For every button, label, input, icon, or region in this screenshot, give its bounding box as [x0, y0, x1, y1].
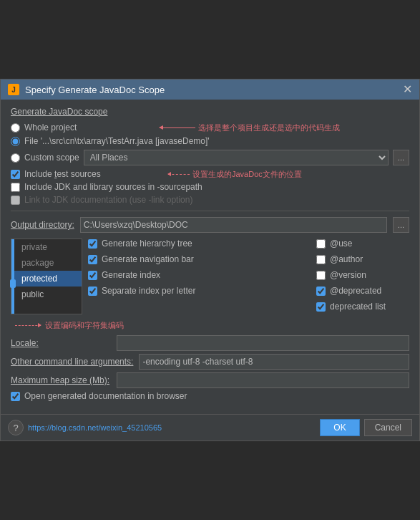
main-section: private package protected public Generat… — [11, 239, 409, 314]
opt-hierarchy-checkbox[interactable] — [88, 239, 97, 249]
custom-scope-btn[interactable]: ... — [393, 150, 409, 165]
locale-input[interactable] — [117, 335, 409, 351]
opt-author-row: @author — [316, 254, 409, 264]
dialog-body: Generate JavaDoc scope Whole project 选择是… — [1, 100, 419, 414]
open-browser-label: Open generated documentation in browser — [24, 391, 187, 401]
opt-deprecated-checkbox[interactable] — [316, 287, 326, 296]
options-col2: @use @author @version @deprecated deprec… — [316, 239, 409, 314]
include-jdk-checkbox[interactable] — [11, 183, 20, 192]
annotation1: 选择是整个项目生成还是选中的代码生成 — [160, 122, 340, 133]
heap-row: Maximum heap size (Mb): — [11, 372, 409, 388]
cancel-button[interactable]: Cancel — [364, 419, 412, 436]
vis-item-public[interactable]: public — [11, 287, 82, 302]
footer-url: https://blog.csdn.net/weixin_45210565 — [28, 423, 162, 432]
opt-hierarchy-label: Generate hierarchy tree — [102, 239, 192, 249]
close-button[interactable]: ✕ — [403, 84, 412, 95]
link-jdk-checkbox[interactable] — [11, 196, 20, 205]
file-row: File '...\src\cn\tx\array\TestArr.java [… — [11, 136, 409, 146]
opt-index-checkbox[interactable] — [88, 271, 97, 280]
custom-scope-radio[interactable] — [11, 153, 20, 163]
cmdline-input[interactable] — [139, 354, 409, 370]
custom-scope-label: Custom scope — [24, 153, 79, 163]
include-test-row: Include test sources 设置生成的JavaDoc文件的位置 — [11, 169, 409, 179]
footer-right: OK Cancel — [320, 419, 412, 436]
title-bar-left: J Specify Generate JavaDoc Scope — [8, 84, 165, 95]
output-browse-btn[interactable]: ... — [393, 217, 409, 233]
opt-sepindex-checkbox[interactable] — [88, 287, 97, 296]
opt-version-row: @version — [316, 270, 409, 280]
opt-use-label: @use — [330, 239, 353, 249]
help-icon: ? — [13, 423, 18, 433]
opt-navbar-label: Generate navigation bar — [102, 254, 194, 264]
annotation-encoding-text: 设置编码和字符集编码 — [45, 320, 124, 331]
vis-item-package[interactable]: package — [11, 255, 82, 271]
opt-index-row: Generate index — [88, 270, 311, 280]
help-button[interactable]: ? — [8, 420, 24, 435]
output-label: Output directory: — [11, 220, 74, 230]
divider — [11, 211, 409, 211]
opt-navbar-row: Generate navigation bar — [88, 254, 311, 264]
open-browser-row: Open generated documentation in browser — [11, 391, 409, 401]
opt-deplist-label: deprecated list — [330, 302, 386, 312]
opt-deplist-checkbox[interactable] — [316, 302, 326, 312]
cmdline-row: Other command line arguments: — [11, 354, 409, 370]
custom-scope-row: Custom scope All Places ... — [11, 150, 409, 165]
include-test-label: Include test sources — [24, 169, 101, 179]
link-jdk-label: Link to JDK documentation (use -link opt… — [24, 195, 192, 205]
custom-scope-select[interactable]: All Places — [84, 150, 389, 165]
include-jdk-row: Include JDK and library sources in -sour… — [11, 182, 409, 192]
opt-navbar-checkbox[interactable] — [88, 255, 97, 264]
annotation-javadoc: 设置生成的JavaDoc文件的位置 — [168, 169, 302, 180]
slider-thumb[interactable] — [10, 279, 16, 288]
vis-item-protected[interactable]: protected — [11, 271, 82, 287]
heap-input[interactable] — [117, 372, 409, 388]
whole-project-label: Whole project — [24, 122, 77, 133]
locale-row: Locale: — [11, 335, 409, 351]
footer: ? https://blog.csdn.net/weixin_45210565 … — [1, 414, 419, 440]
opt-deprecated-row: @deprecated — [316, 286, 409, 296]
opt-use-checkbox[interactable] — [316, 239, 326, 249]
title-icon: J — [8, 84, 19, 95]
opt-sepindex-label: Separate index per letter — [102, 286, 195, 296]
include-jdk-label: Include JDK and library sources in -sour… — [24, 182, 202, 192]
file-radio[interactable] — [11, 137, 20, 146]
annotation-encoding: 设置编码和字符集编码 — [11, 320, 409, 331]
whole-project-row: Whole project 选择是整个项目生成还是选中的代码生成 — [11, 122, 409, 133]
vis-slider — [11, 239, 14, 314]
opt-deplist-row: deprecated list — [316, 302, 409, 312]
link-jdk-row: Link to JDK documentation (use -link opt… — [11, 195, 409, 205]
footer-left: ? https://blog.csdn.net/weixin_45210565 — [8, 420, 162, 435]
opt-version-label: @version — [330, 270, 366, 280]
visibility-list: private package protected public — [11, 239, 82, 314]
dialog-title: Specify Generate JavaDoc Scope — [25, 85, 165, 95]
include-test-checkbox[interactable] — [11, 170, 20, 179]
output-input[interactable] — [80, 217, 387, 233]
options-col1: Generate hierarchy tree Generate navigat… — [88, 239, 311, 314]
opt-sepindex-row: Separate index per letter — [88, 286, 311, 296]
opt-deprecated-label: @deprecated — [330, 286, 381, 296]
opt-version-checkbox[interactable] — [316, 271, 326, 280]
whole-project-radio[interactable] — [11, 123, 20, 133]
opt-author-label: @author — [330, 254, 363, 264]
opt-use-row: @use — [316, 239, 409, 249]
opt-author-checkbox[interactable] — [316, 255, 326, 264]
opt-index-label: Generate index — [102, 270, 160, 280]
vis-item-private[interactable]: private — [11, 239, 82, 255]
scope-section-label: Generate JavaDoc scope — [11, 107, 409, 117]
title-bar: J Specify Generate JavaDoc Scope ✕ — [1, 80, 419, 100]
heap-label: Maximum heap size (Mb): — [11, 375, 111, 385]
locale-label: Locale: — [11, 338, 111, 348]
dialog-window: J Specify Generate JavaDoc Scope ✕ Gener… — [0, 79, 420, 441]
output-row: Output directory: ... — [11, 217, 409, 233]
cmdline-label: Other command line arguments: — [11, 357, 133, 367]
annotation1-text: 选择是整个项目生成还是选中的代码生成 — [198, 122, 340, 133]
open-browser-checkbox[interactable] — [11, 392, 20, 401]
ok-button[interactable]: OK — [320, 419, 359, 436]
file-label: File '...\src\cn\tx\array\TestArr.java [… — [24, 136, 210, 146]
opt-hierarchy-row: Generate hierarchy tree — [88, 239, 311, 249]
